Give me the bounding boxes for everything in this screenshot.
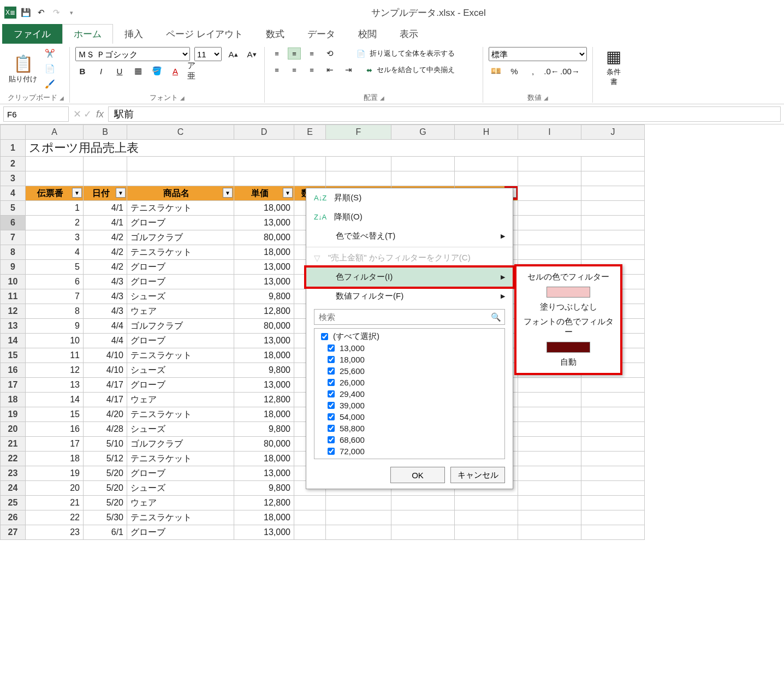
cell-name[interactable]: グローブ (127, 260, 234, 275)
cell-name[interactable]: グローブ (127, 216, 234, 230)
filter-check[interactable] (328, 436, 335, 443)
filter-check[interactable] (328, 402, 335, 409)
cell[interactable] (294, 496, 326, 510)
cell-date[interactable]: 5/20 (84, 481, 127, 496)
row-11-header[interactable]: 11 (1, 289, 26, 304)
cell[interactable] (518, 452, 581, 466)
cell-date[interactable]: 4/1 (84, 216, 127, 230)
cell[interactable] (518, 378, 581, 393)
cell[interactable] (581, 407, 645, 422)
cell-no[interactable]: 6 (26, 275, 84, 289)
qat-customize-icon[interactable]: ▾ (66, 7, 78, 19)
cell-price[interactable]: 80,000 (234, 437, 294, 452)
cell[interactable] (518, 245, 581, 260)
cell[interactable] (391, 510, 455, 525)
cell-price[interactable]: 18,000 (234, 407, 294, 422)
cell[interactable] (581, 186, 645, 201)
paste-button[interactable]: 📋 貼り付け (8, 49, 38, 88)
fill-color-button[interactable]: 🪣 (150, 64, 164, 78)
filter-dropdown-icon[interactable]: ▼ (72, 188, 82, 198)
cell-price[interactable]: 13,000 (234, 275, 294, 289)
filter-check[interactable] (328, 413, 335, 420)
cell[interactable] (518, 171, 581, 186)
cell[interactable] (127, 171, 234, 186)
underline-button[interactable]: U (112, 64, 127, 78)
cell[interactable] (518, 525, 581, 540)
cell-no[interactable]: 4 (26, 245, 84, 260)
cell[interactable] (581, 245, 645, 260)
cell-name[interactable]: ウェア (127, 496, 234, 510)
filter-search-input[interactable] (318, 312, 488, 322)
search-icon[interactable]: 🔍 (491, 312, 501, 322)
cell[interactable] (26, 171, 84, 186)
row-19-header[interactable]: 19 (1, 407, 26, 422)
cell[interactable] (326, 525, 391, 540)
row-14-header[interactable]: 14 (1, 334, 26, 348)
cell[interactable] (234, 157, 294, 171)
filter-check-all[interactable] (321, 333, 328, 340)
cell-date[interactable]: 5/20 (84, 466, 127, 481)
cell-name[interactable]: ウェア (127, 393, 234, 407)
cell-name[interactable]: グローブ (127, 466, 234, 481)
cell[interactable] (455, 157, 518, 171)
row-12-header[interactable]: 12 (1, 304, 26, 319)
cell-price[interactable]: 18,000 (234, 201, 294, 216)
cell-name[interactable]: グローブ (127, 378, 234, 393)
row-7-header[interactable]: 7 (1, 230, 26, 245)
filter-check[interactable] (328, 390, 335, 397)
col-f[interactable]: F (326, 125, 391, 140)
save-icon[interactable]: 💾 (20, 7, 32, 19)
cell[interactable] (518, 157, 581, 171)
cell-date[interactable]: 4/3 (84, 289, 127, 304)
cell[interactable] (581, 216, 645, 230)
col-a[interactable]: A (26, 125, 84, 140)
align-launcher-icon[interactable]: ◢ (380, 95, 384, 101)
row-25-header[interactable]: 25 (1, 496, 26, 510)
name-box[interactable] (3, 106, 69, 122)
cell-no[interactable]: 18 (26, 452, 84, 466)
cell[interactable] (581, 230, 645, 245)
cell-date[interactable]: 4/4 (84, 319, 127, 334)
decrease-font-button[interactable]: A▾ (245, 47, 259, 61)
cell-date[interactable]: 4/28 (84, 422, 127, 437)
cell-no[interactable]: 7 (26, 289, 84, 304)
cell-price[interactable]: 12,800 (234, 304, 294, 319)
cell-name[interactable]: ゴルフクラブ (127, 319, 234, 334)
row-24-header[interactable]: 24 (1, 481, 26, 496)
align-top-button[interactable]: ≡ (270, 47, 283, 60)
cell[interactable] (455, 525, 518, 540)
cell[interactable] (581, 481, 645, 496)
header-3[interactable]: 単価▼ (234, 186, 294, 201)
header-2[interactable]: 商品名▼ (127, 186, 234, 201)
cell[interactable] (326, 157, 391, 171)
align-bottom-button[interactable]: ≡ (305, 47, 318, 60)
no-fill-option[interactable]: 塗りつぶしなし (522, 300, 615, 314)
cell-price[interactable]: 18,000 (234, 245, 294, 260)
filter-dropdown-icon[interactable]: ▼ (116, 188, 126, 198)
row-2-header[interactable]: 2 (1, 157, 26, 171)
cell-date[interactable]: 4/17 (84, 378, 127, 393)
col-h[interactable]: H (455, 125, 518, 140)
cell[interactable] (391, 157, 455, 171)
cell-no[interactable]: 1 (26, 201, 84, 216)
cell[interactable] (326, 171, 391, 186)
cell-no[interactable]: 8 (26, 304, 84, 319)
font-size-select[interactable]: 11 (194, 47, 222, 61)
filter-check[interactable] (328, 356, 335, 363)
row-26-header[interactable]: 26 (1, 510, 26, 525)
auto-option[interactable]: 自動 (522, 355, 615, 370)
cell-date[interactable]: 5/12 (84, 452, 127, 466)
filter-dropdown-icon[interactable]: ▼ (283, 188, 293, 198)
cell[interactable] (326, 496, 391, 510)
align-middle-button[interactable]: ≡ (288, 47, 301, 60)
cell-name[interactable]: シューズ (127, 481, 234, 496)
tab-review[interactable]: 校閲 (347, 24, 388, 44)
tab-file[interactable]: ファイル (2, 24, 62, 44)
number-format-select[interactable]: 標準 (489, 47, 587, 61)
formula-bar[interactable] (108, 106, 781, 122)
cell-date[interactable]: 4/3 (84, 275, 127, 289)
cell[interactable] (84, 157, 127, 171)
header-1[interactable]: 日付▼ (84, 186, 127, 201)
cell[interactable] (518, 216, 581, 230)
cell-name[interactable]: シューズ (127, 363, 234, 378)
